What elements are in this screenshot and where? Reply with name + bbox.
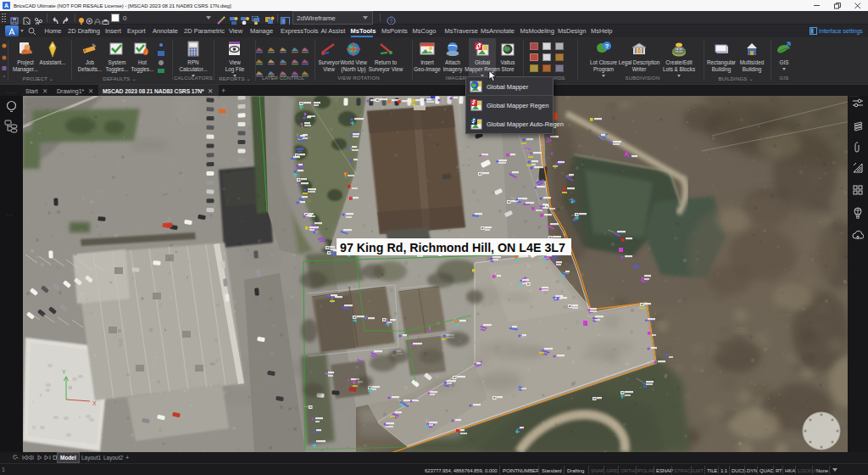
svg-text:97 King Rd, Richmond Hill, ON: 97 King Rd, Richmond Hill, ON L4E 3L7: [340, 240, 565, 254]
svg-text:HH: HH: [676, 48, 683, 53]
svg-text:Y: Y: [62, 369, 66, 375]
svg-text:?: ?: [390, 18, 393, 24]
svg-text:?: ?: [605, 42, 609, 50]
svg-text:X: X: [92, 400, 97, 406]
